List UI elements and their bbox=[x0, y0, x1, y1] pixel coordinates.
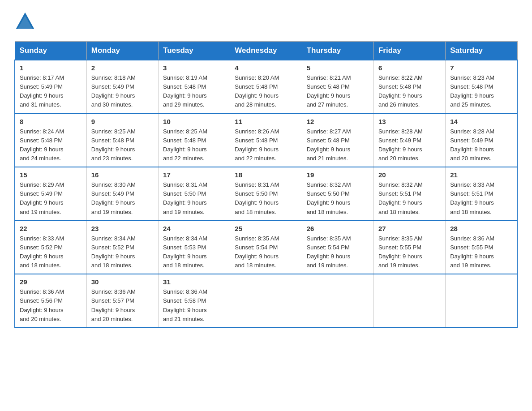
day-cell-5: 5Sunrise: 8:21 AMSunset: 5:48 PMDaylight… bbox=[302, 60, 373, 114]
day-info-line: Daylight: 9 hours bbox=[378, 199, 422, 206]
day-info-line: and 28 minutes. bbox=[235, 101, 276, 108]
col-header-sunday: Sunday bbox=[15, 42, 86, 60]
day-info-line: Sunset: 5:48 PM bbox=[235, 137, 278, 144]
day-info-line: and 22 minutes. bbox=[235, 155, 276, 162]
day-info-line: Sunrise: 8:31 AM bbox=[163, 181, 207, 188]
day-number: 11 bbox=[235, 118, 297, 125]
day-info-line: Daylight: 9 hours bbox=[307, 92, 351, 99]
day-info-line: Sunset: 5:50 PM bbox=[163, 190, 206, 197]
day-info-line: Daylight: 9 hours bbox=[20, 92, 64, 99]
day-info-line: Sunrise: 8:24 AM bbox=[20, 128, 64, 135]
day-info: Sunrise: 8:34 AMSunset: 5:52 PMDaylight:… bbox=[91, 234, 154, 270]
day-info-line: Sunset: 5:49 PM bbox=[91, 83, 134, 90]
day-info-line: Daylight: 9 hours bbox=[450, 253, 494, 260]
day-info-line: and 18 minutes. bbox=[91, 262, 133, 269]
day-info-line: and 31 minutes. bbox=[20, 101, 61, 108]
day-info-line: and 19 minutes. bbox=[378, 262, 420, 269]
day-info-line: and 19 minutes. bbox=[163, 209, 205, 215]
day-info-line: Sunset: 5:49 PM bbox=[378, 137, 421, 144]
day-info-line: Sunrise: 8:35 AM bbox=[307, 235, 351, 242]
day-info-line: and 19 minutes. bbox=[91, 209, 133, 215]
day-number: 15 bbox=[20, 171, 82, 179]
day-info-line: Daylight: 9 hours bbox=[235, 199, 279, 206]
col-header-monday: Monday bbox=[86, 42, 158, 60]
day-info-line: and 22 minutes. bbox=[163, 155, 205, 162]
day-info-line: Sunrise: 8:22 AM bbox=[378, 74, 423, 81]
col-header-tuesday: Tuesday bbox=[159, 42, 230, 60]
day-info-line: and 25 minutes. bbox=[450, 101, 492, 108]
day-cell-28: 28Sunrise: 8:36 AMSunset: 5:55 PMDayligh… bbox=[446, 221, 517, 274]
day-number: 30 bbox=[91, 278, 154, 286]
day-info-line: Sunset: 5:51 PM bbox=[450, 190, 493, 197]
day-info-line: Sunrise: 8:28 AM bbox=[450, 128, 494, 135]
day-number: 25 bbox=[235, 225, 297, 232]
day-info-line: Daylight: 9 hours bbox=[163, 199, 207, 206]
day-cell-17: 17Sunrise: 8:31 AMSunset: 5:50 PMDayligh… bbox=[159, 167, 230, 221]
day-info-line: Sunset: 5:48 PM bbox=[235, 83, 278, 90]
day-cell-7: 7Sunrise: 8:23 AMSunset: 5:48 PMDaylight… bbox=[446, 60, 517, 114]
day-info: Sunrise: 8:36 AMSunset: 5:58 PMDaylight:… bbox=[163, 287, 225, 324]
day-info-line: and 19 minutes. bbox=[20, 209, 61, 215]
day-number: 4 bbox=[235, 64, 297, 72]
day-number: 19 bbox=[307, 171, 369, 179]
day-number: 7 bbox=[450, 64, 512, 72]
day-info-line: Daylight: 9 hours bbox=[307, 199, 351, 206]
day-cell-8: 8Sunrise: 8:24 AMSunset: 5:48 PMDaylight… bbox=[15, 114, 86, 167]
day-info-line: and 29 minutes. bbox=[163, 101, 205, 108]
empty-cell bbox=[373, 274, 445, 328]
day-info-line: Sunrise: 8:27 AM bbox=[307, 128, 351, 135]
day-info-line: Daylight: 9 hours bbox=[235, 253, 279, 260]
day-info-line: Sunset: 5:48 PM bbox=[378, 83, 421, 90]
day-info: Sunrise: 8:19 AMSunset: 5:48 PMDaylight:… bbox=[163, 73, 225, 110]
day-info: Sunrise: 8:26 AMSunset: 5:48 PMDaylight:… bbox=[235, 127, 297, 163]
day-number: 8 bbox=[20, 118, 82, 125]
day-info-line: Sunrise: 8:19 AM bbox=[163, 74, 207, 81]
day-info-line: and 18 minutes. bbox=[450, 209, 492, 215]
day-info-line: Sunrise: 8:34 AM bbox=[163, 235, 207, 242]
day-cell-27: 27Sunrise: 8:35 AMSunset: 5:55 PMDayligh… bbox=[373, 221, 445, 274]
day-info: Sunrise: 8:31 AMSunset: 5:50 PMDaylight:… bbox=[163, 180, 225, 217]
day-info-line: Sunset: 5:54 PM bbox=[307, 244, 350, 251]
logo bbox=[14, 11, 39, 32]
day-number: 20 bbox=[378, 171, 441, 179]
week-row-1: 1Sunrise: 8:17 AMSunset: 5:49 PMDaylight… bbox=[15, 60, 517, 114]
day-info: Sunrise: 8:36 AMSunset: 5:55 PMDaylight:… bbox=[450, 234, 512, 270]
week-row-2: 8Sunrise: 8:24 AMSunset: 5:48 PMDaylight… bbox=[15, 114, 517, 167]
day-info-line: Sunset: 5:52 PM bbox=[91, 244, 134, 251]
day-info-line: Sunrise: 8:36 AM bbox=[450, 235, 494, 242]
day-info-line: and 20 minutes. bbox=[20, 316, 61, 322]
day-info: Sunrise: 8:25 AMSunset: 5:48 PMDaylight:… bbox=[163, 127, 225, 163]
day-cell-14: 14Sunrise: 8:28 AMSunset: 5:49 PMDayligh… bbox=[446, 114, 517, 167]
day-cell-26: 26Sunrise: 8:35 AMSunset: 5:54 PMDayligh… bbox=[302, 221, 373, 274]
week-row-3: 15Sunrise: 8:29 AMSunset: 5:49 PMDayligh… bbox=[15, 167, 517, 221]
day-info-line: Daylight: 9 hours bbox=[91, 199, 135, 206]
calendar-header-row: SundayMondayTuesdayWednesdayThursdayFrid… bbox=[15, 42, 517, 60]
day-info-line: and 21 minutes. bbox=[163, 316, 205, 322]
day-info-line: Daylight: 9 hours bbox=[91, 146, 135, 153]
day-info: Sunrise: 8:17 AMSunset: 5:49 PMDaylight:… bbox=[20, 73, 82, 110]
col-header-wednesday: Wednesday bbox=[230, 42, 302, 60]
day-cell-24: 24Sunrise: 8:34 AMSunset: 5:53 PMDayligh… bbox=[159, 221, 230, 274]
day-info-line: and 21 minutes. bbox=[307, 155, 348, 162]
day-info-line: Sunset: 5:50 PM bbox=[235, 190, 278, 197]
day-info-line: Sunset: 5:48 PM bbox=[163, 137, 206, 144]
day-info-line: and 20 minutes. bbox=[450, 155, 492, 162]
day-info-line: Daylight: 9 hours bbox=[91, 92, 135, 99]
day-info-line: Daylight: 9 hours bbox=[307, 146, 351, 153]
day-number: 3 bbox=[163, 64, 225, 72]
day-info-line: Sunset: 5:50 PM bbox=[307, 190, 350, 197]
day-info-line: Sunrise: 8:17 AM bbox=[20, 74, 64, 81]
day-info-line: and 27 minutes. bbox=[307, 101, 348, 108]
day-info-line: Sunset: 5:48 PM bbox=[163, 83, 206, 90]
day-info-line: Sunset: 5:52 PM bbox=[20, 244, 63, 251]
day-number: 6 bbox=[378, 64, 441, 72]
day-info-line: Sunset: 5:49 PM bbox=[91, 190, 134, 197]
day-info-line: and 18 minutes. bbox=[307, 209, 348, 215]
day-info-line: and 23 minutes. bbox=[91, 155, 133, 162]
day-info-line: Sunrise: 8:26 AM bbox=[235, 128, 279, 135]
day-cell-31: 31Sunrise: 8:36 AMSunset: 5:58 PMDayligh… bbox=[159, 274, 230, 328]
day-info-line: Sunset: 5:55 PM bbox=[378, 244, 421, 251]
day-info-line: Sunrise: 8:30 AM bbox=[91, 181, 136, 188]
day-info: Sunrise: 8:34 AMSunset: 5:53 PMDaylight:… bbox=[163, 234, 225, 270]
day-info: Sunrise: 8:28 AMSunset: 5:49 PMDaylight:… bbox=[378, 127, 441, 163]
